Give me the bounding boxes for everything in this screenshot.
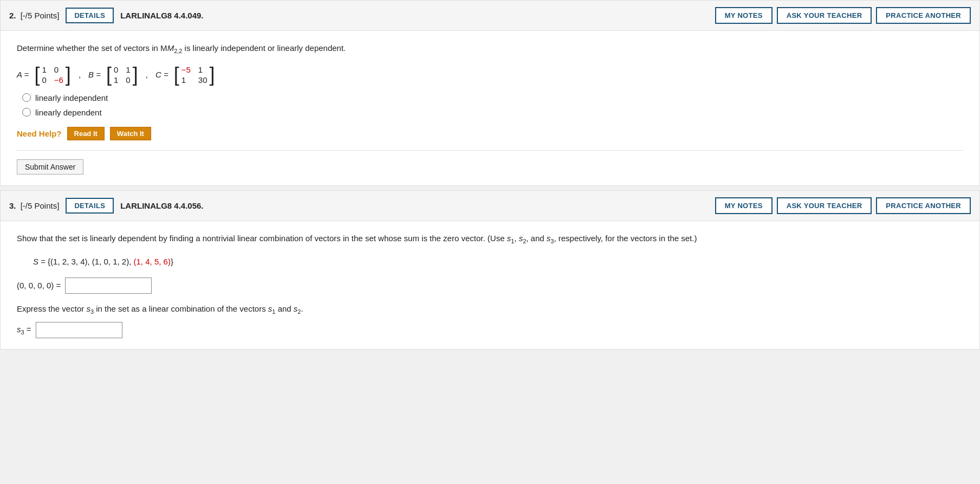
q2-need-help-label: Need Help? <box>17 129 62 138</box>
q2-number: 2. [-/5 Points] <box>9 11 59 20</box>
q2-watch-it-button[interactable]: Watch It <box>110 127 151 140</box>
q2-radio-independent[interactable] <box>22 93 31 102</box>
matrix-b-content: 0 1 1 0 <box>112 65 133 85</box>
q3-number: 3. [-/5 Points] <box>9 201 59 210</box>
q3-problem-id: LARLINALG8 4.4.056. <box>120 201 709 210</box>
q2-practice-another-button[interactable]: PRACTICE ANOTHER <box>876 7 971 24</box>
matrix-b-right-bracket: ] <box>133 65 138 85</box>
q3-set-equation: S = {(1, 2, 3, 4), (1, 0, 1, 2), (1, 4, … <box>33 255 963 269</box>
q2-need-help-row: Need Help? Read It Watch It <box>17 127 963 140</box>
matrix-c-right-bracket: ] <box>209 65 215 85</box>
q3-practice-another-button[interactable]: PRACTICE ANOTHER <box>876 197 971 214</box>
q2-option-independent[interactable]: linearly independent <box>22 93 963 102</box>
question-3-header: 3. [-/5 Points] DETAILS LARLINALG8 4.4.0… <box>1 191 979 221</box>
q2-radio-dependent[interactable] <box>22 108 31 117</box>
q2-option-dependent[interactable]: linearly dependent <box>22 108 963 117</box>
q3-body: Show that the set is linearly dependent … <box>1 221 979 350</box>
matrix-a-left-bracket: [ <box>34 65 40 85</box>
question-2-header: 2. [-/5 Points] DETAILS LARLINALG8 4.4.0… <box>1 1 979 31</box>
matrix-a: [ 1 0 0 −6 ] <box>34 65 70 85</box>
q3-express-text: Express the vector s3 in the set as a li… <box>17 302 963 317</box>
matrix-b-label: B = <box>88 70 101 79</box>
matrix-b: [ 0 1 1 0 ] <box>106 65 138 85</box>
q2-problem-id: LARLINALG8 4.4.049. <box>120 11 709 20</box>
q2-radio-options: linearly independent linearly dependent <box>22 93 963 117</box>
q2-read-it-button[interactable]: Read It <box>67 127 105 140</box>
matrix-c-content: −5 1 1 30 <box>179 65 210 85</box>
matrix-c-left-bracket: [ <box>174 65 179 85</box>
matrix-b-left-bracket: [ <box>106 65 112 85</box>
q2-ask-teacher-button[interactable]: ASK YOUR TEACHER <box>777 7 872 24</box>
matrix-c-label: C = <box>155 70 168 79</box>
q3-header-buttons: MY NOTES ASK YOUR TEACHER PRACTICE ANOTH… <box>715 197 971 214</box>
q2-divider <box>17 150 963 151</box>
q2-submit-button[interactable]: Submit Answer <box>17 159 83 175</box>
matrix-a-content: 1 0 0 −6 <box>40 65 65 85</box>
q3-details-button[interactable]: DETAILS <box>66 198 114 214</box>
matrix-a-label: A = <box>17 70 29 79</box>
q2-header-buttons: MY NOTES ASK YOUR TEACHER PRACTICE ANOTH… <box>715 7 971 24</box>
matrix-a-right-bracket: ] <box>66 65 71 85</box>
q3-ask-teacher-button[interactable]: ASK YOUR TEACHER <box>777 197 872 214</box>
q2-details-button[interactable]: DETAILS <box>66 8 114 23</box>
q2-matrices-row: A = [ 1 0 0 −6 ] , B = [ 0 1 1 <box>17 65 963 85</box>
q3-zero-input[interactable] <box>65 278 152 294</box>
q2-my-notes-button[interactable]: MY NOTES <box>715 7 773 24</box>
question-2: 2. [-/5 Points] DETAILS LARLINALG8 4.4.0… <box>0 0 980 186</box>
question-3: 3. [-/5 Points] DETAILS LARLINALG8 4.4.0… <box>0 190 980 350</box>
q3-s3-input[interactable] <box>36 322 122 338</box>
matrix-c: [ −5 1 1 30 ] <box>174 65 215 85</box>
q3-my-notes-button[interactable]: MY NOTES <box>715 197 773 214</box>
q3-instruction: Show that the set is linearly dependent … <box>17 232 963 247</box>
q2-instruction: Determine whether the set of vectors in … <box>17 42 963 56</box>
q3-zero-equation: (0, 0, 0, 0) = <box>17 278 963 294</box>
q3-s3-line: s3 = <box>17 322 963 338</box>
q2-body: Determine whether the set of vectors in … <box>1 31 979 185</box>
